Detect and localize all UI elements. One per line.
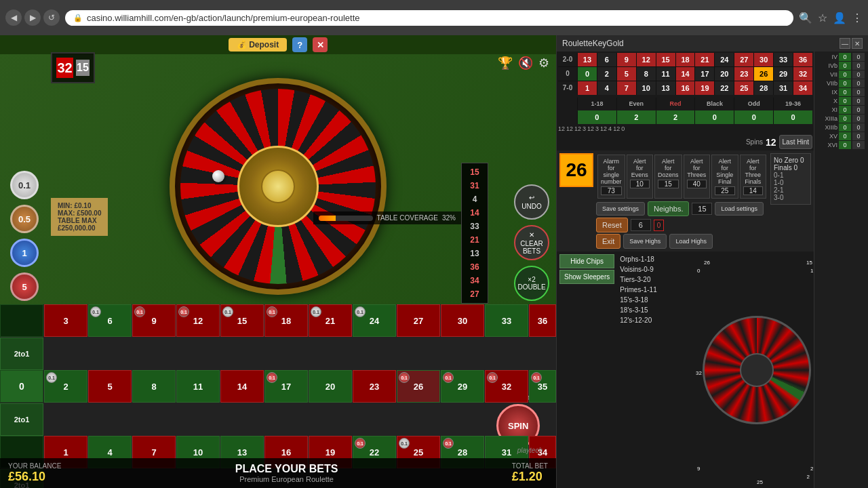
ng-21[interactable]: 21 [695,53,714,66]
search-icon[interactable]: 🔍 [799,12,812,24]
ng-11[interactable]: 11 [656,67,675,81]
ng-29[interactable]: 29 [774,67,793,81]
bet-cell-33[interactable]: 33 [485,304,528,337]
hide-chips-btn[interactable]: Hide Chips [559,254,614,268]
reset-btn[interactable]: Reset [596,218,628,232]
ng-25[interactable]: 25 [734,81,753,95]
bet-cell-17[interactable]: 170.1 [264,370,308,403]
clear-bets-button[interactable]: ✕ CLEAR BETS [514,225,549,260]
save-highs-btn[interactable]: Save Highs [623,234,667,249]
panel-close-btn[interactable]: ✕ [852,38,863,49]
ng-26[interactable]: 26 [754,67,773,81]
neighbs-btn[interactable]: Neighbs. [648,201,689,216]
ng-16[interactable]: 16 [676,81,695,95]
exit-btn[interactable]: Exit [596,234,620,249]
count-4: 4 [608,125,612,132]
back-btn[interactable]: ◀ [5,9,22,26]
ng-19[interactable]: 19 [695,81,714,95]
ng-13b[interactable]: 13 [656,81,675,95]
show-sleepers-btn[interactable]: Show Sleepers [559,270,614,284]
alert-threes-input[interactable] [687,180,707,188]
profile-icon[interactable]: 👤 [833,12,846,24]
ng-15[interactable]: 15 [656,53,675,66]
undo-button[interactable]: ↩ UNDO [514,184,549,220]
ng-13[interactable]: 13 [578,53,597,66]
ng-18[interactable]: 18 [676,53,695,66]
ng-6[interactable]: 6 [597,53,616,66]
ng-12[interactable]: 12 [637,53,656,66]
ng-20[interactable]: 20 [715,67,734,81]
close-button[interactable]: ✕ [313,37,328,52]
ng-0[interactable]: 0 [578,67,597,81]
refresh-btn[interactable]: ↺ [43,9,60,26]
forward-btn[interactable]: ▶ [24,9,41,26]
bet-cell-36[interactable]: 36 [529,304,556,337]
bet-cell-9[interactable]: 90.1 [132,304,176,337]
menu-icon[interactable]: ⋮ [852,12,863,24]
alert-single-input[interactable] [601,186,622,195]
ng-31[interactable]: 31 [774,81,793,95]
ng-28[interactable]: 28 [754,81,773,95]
ng-32[interactable]: 32 [793,67,812,81]
ng-24[interactable]: 24 [715,53,734,66]
bet-cell-8[interactable]: 8 [132,370,176,403]
ng-36[interactable]: 36 [793,53,812,66]
bet-cell-11[interactable]: 11 [176,370,220,403]
bet-cell-24[interactable]: 240.1 [353,304,396,337]
bet-cell-26[interactable]: 260.1 [397,370,440,403]
bet-cell-zero[interactable]: 0 [0,370,43,403]
panel-minimize-btn[interactable]: — [840,38,850,49]
chip-on-28: 0.1 [443,438,454,449]
alert-tf-input[interactable] [743,186,764,195]
undo-label: UNDO [521,203,541,210]
ng-27[interactable]: 27 [734,53,753,66]
ng-34[interactable]: 34 [793,81,812,95]
save-settings-btn[interactable]: Save settings [596,202,645,216]
help-button[interactable]: ? [292,37,307,52]
bet-cell-2to1-top[interactable]: 2to1 [0,338,43,370]
double-button[interactable]: ×2 DOUBLE [514,266,549,301]
bet-cell-12[interactable]: 120.1 [176,304,220,337]
ng-8[interactable]: 8 [637,67,656,81]
recent-num-2: 31 [465,180,485,192]
ng-2[interactable]: 2 [597,67,616,81]
bet-cell-35[interactable]: 350.1 [529,370,556,403]
bet-cell-6[interactable]: 60.1 [88,304,132,337]
star-icon[interactable]: ☆ [818,12,827,24]
ng-1[interactable]: 1 [578,81,597,95]
bet-cell-14[interactable]: 14 [220,370,264,403]
alert-dozens-input[interactable] [658,180,679,188]
alert-sf-input[interactable] [715,186,734,195]
ng-23[interactable]: 23 [734,67,753,81]
roulette-wheel[interactable] [170,78,387,295]
ng-4[interactable]: 4 [597,81,616,95]
bet-cell-27[interactable]: 27 [397,304,440,337]
ng-7[interactable]: 7 [617,81,636,95]
bet-cell-21[interactable]: 210.1 [309,304,352,337]
ng-5[interactable]: 5 [617,67,636,81]
ng-22[interactable]: 22 [715,81,734,95]
bet-cell-32[interactable]: 320.1 [485,370,528,403]
bet-cell-5[interactable]: 5 [88,370,132,403]
bet-cell-18[interactable]: 180.1 [264,304,308,337]
bet-cell-23[interactable]: 23 [353,370,396,403]
alert-evens-input[interactable] [630,180,650,188]
bet-cell-2[interactable]: 20.1 [44,370,87,403]
bet-cell-29[interactable]: 290.1 [441,370,484,403]
ng-33[interactable]: 33 [774,53,793,66]
bet-cell-2to1-mid[interactable]: 2to1 [0,403,43,436]
bet-cell-20[interactable]: 20 [309,370,352,403]
ng-14[interactable]: 14 [676,67,695,81]
address-bar[interactable]: 🔒 casino.williamhill.com/en-gb/action/la… [65,10,793,26]
ng-30[interactable]: 30 [754,53,773,66]
bet-cell-15[interactable]: 150.1 [220,304,264,337]
ng-9[interactable]: 9 [617,53,636,66]
last-hint-button[interactable]: Last Hint [779,135,812,149]
deposit-button[interactable]: 💰 Deposit [229,38,287,52]
ng-10[interactable]: 10 [637,81,656,95]
ng-17[interactable]: 17 [695,67,714,81]
load-settings-btn[interactable]: Load settings [715,202,764,216]
bet-cell-30[interactable]: 30 [441,304,484,337]
bet-cell-3[interactable]: 3 [44,304,87,337]
load-highs-btn[interactable]: Load Highs [669,234,713,249]
